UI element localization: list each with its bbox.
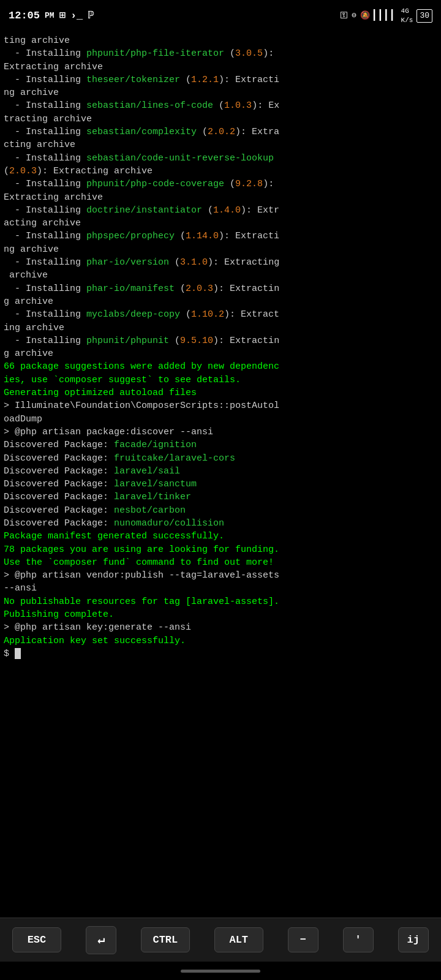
status-right: ⚿ ⊖ 🔕 ▎▎▎▎ 4GK/s 30 <box>340 7 432 26</box>
terminal-line: Discovered Package: laravel/sail <box>4 466 180 477</box>
terminal-line: acting archive <box>4 218 81 228</box>
status-bar: 12:05 PM ⊞ ›_ ℙ ⚿ ⊖ 🔕 ▎▎▎▎ 4GK/s 30 <box>0 0 441 32</box>
shell-icon: ›_ <box>70 9 83 23</box>
terminal-line: oadDump <box>4 414 42 424</box>
data-speed-icon: 4GK/s <box>401 7 413 26</box>
time-display: 12:05 <box>9 9 40 23</box>
terminal-line: Generating optimized autoload files <box>4 388 197 398</box>
terminal-prompt: $ <box>4 649 21 659</box>
terminal-line: Discovered Package: facade/ignition <box>4 440 197 450</box>
terminal-line: archive <box>4 270 48 281</box>
terminal-line: - Installing theseer/tokenizer (1.2.1): … <box>4 75 279 85</box>
terminal-line: --ansi <box>4 583 37 594</box>
terminal-line: Discovered Package: nunomaduro/collision <box>4 518 224 529</box>
terminal-line: - Installing doctrine/instantiator (1.4.… <box>4 205 279 216</box>
terminal-line: (2.0.3): Extracting archive <box>4 166 153 176</box>
tab-button[interactable]: ↵ <box>86 926 116 954</box>
ctrl-button[interactable]: CTRL <box>141 927 190 953</box>
terminal-line: - Installing phpunit/phpunit (9.5.10): E… <box>4 336 279 346</box>
bell-mute-icon: 🔕 <box>360 10 370 21</box>
terminal-line: - Installing sebastian/complexity (2.0.2… <box>4 127 279 137</box>
terminal-line: > @php artisan package:discover --ansi <box>4 427 213 437</box>
terminal-line: - Installing phar-io/manifest (2.0.3): E… <box>4 284 279 294</box>
terminal-line: Extracting archive <box>4 192 103 203</box>
mute-icon: ⊖ <box>352 10 356 21</box>
terminal-icon: ⊞ <box>59 9 66 23</box>
ij-button[interactable]: ij <box>398 927 429 953</box>
terminal-line: - Installing sebastian/code-unit-reverse… <box>4 153 274 164</box>
status-left: 12:05 PM ⊞ ›_ ℙ <box>9 9 94 23</box>
keyboard-bar: ESC ↵ CTRL ALT − ' ij <box>0 918 441 962</box>
terminal-line: 66 package suggestions were added by new… <box>4 361 279 372</box>
terminal-output: ting archive - Installing phpunit/php-fi… <box>0 32 441 918</box>
terminal-line: - Installing myclabs/deep-copy (1.10.2):… <box>4 309 279 320</box>
terminal-line: cting archive <box>4 140 75 150</box>
terminal-line: Discovered Package: nesbot/carbon <box>4 505 186 516</box>
home-indicator <box>0 962 441 980</box>
terminal-line: No publishable resources for tag [larave… <box>4 597 279 607</box>
quote-button[interactable]: ' <box>343 927 374 953</box>
terminal-line: - Installing phpunit/php-file-iterator (… <box>4 48 274 59</box>
terminal-line: Publishing complete. <box>4 609 114 620</box>
terminal-line: tracting archive <box>4 114 92 124</box>
terminal-line: Discovered Package: laravel/sanctum <box>4 479 197 489</box>
terminal-line: Application key set successfully. <box>4 636 186 646</box>
terminal-line: - Installing phpspec/prophecy (1.14.0): … <box>4 231 279 241</box>
battery-icon: 30 <box>417 9 432 23</box>
terminal-line: g archive <box>4 349 53 359</box>
terminal-line: Package manifest generated successfully. <box>4 531 224 541</box>
network-icon: ℙ <box>88 9 94 23</box>
terminal-line: Discovered Package: fruitcake/laravel-co… <box>4 453 235 464</box>
terminal-line: ng archive <box>4 244 59 255</box>
signal-icon: ▎▎▎▎ <box>374 9 398 23</box>
terminal-line: Discovered Package: laravel/tinker <box>4 492 191 502</box>
esc-button[interactable]: ESC <box>12 927 61 953</box>
terminal-line: - Installing sebastian/lines-of-code (1.… <box>4 100 279 111</box>
pm-icon: PM <box>45 10 55 21</box>
home-bar <box>181 970 260 973</box>
terminal-line: > @php artisan key:generate --ansi <box>4 622 191 633</box>
terminal-line: Extracting archive <box>4 62 103 72</box>
terminal-line: > Illuminate\Foundation\ComposerScripts:… <box>4 401 279 411</box>
alt-button[interactable]: ALT <box>214 927 263 953</box>
key-icon: ⚿ <box>340 10 348 21</box>
cursor <box>15 648 21 659</box>
terminal-line: - Installing phpunit/php-code-coverage (… <box>4 179 274 189</box>
terminal-line: g archive <box>4 296 53 307</box>
terminal-line: ing archive <box>4 323 64 333</box>
terminal-line: - Installing phar-io/version (3.1.0): Ex… <box>4 257 279 268</box>
minus-button[interactable]: − <box>288 927 318 953</box>
terminal-line: 78 packages you are using are looking fo… <box>4 545 279 555</box>
terminal-line: ting archive <box>4 36 70 46</box>
terminal-line: > @php artisan vendor:publish --tag=lara… <box>4 570 279 581</box>
terminal-line: ng archive <box>4 88 59 98</box>
terminal-line: Use the `composer fund` command to find … <box>4 557 274 568</box>
terminal-line: ies, use `composer suggest` to see detai… <box>4 375 241 385</box>
